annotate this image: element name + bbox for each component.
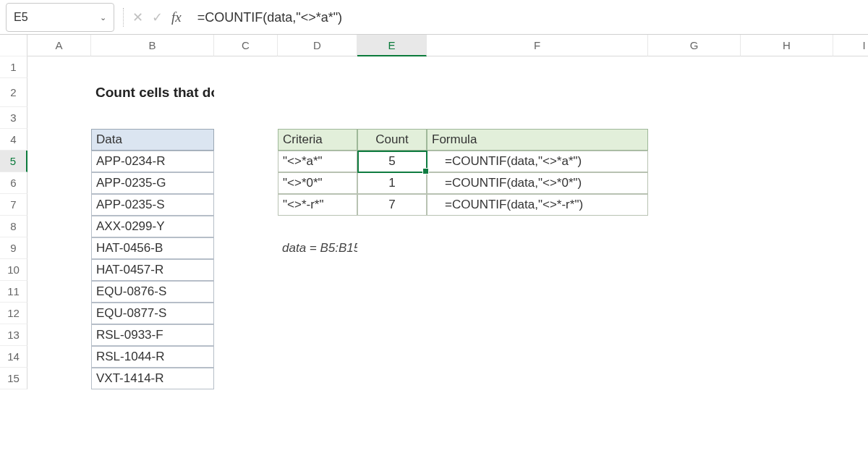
cell[interactable] [741, 216, 833, 237]
cell[interactable] [214, 259, 278, 281]
cell[interactable] [27, 303, 91, 324]
count-cell[interactable]: 1 [357, 172, 427, 194]
formula-cell[interactable]: =COUNTIF(data,"<>*0*") [427, 172, 648, 194]
cell[interactable] [357, 107, 427, 129]
cell[interactable] [27, 281, 91, 303]
cell[interactable] [741, 107, 833, 129]
cell[interactable] [278, 324, 357, 346]
cell[interactable] [741, 78, 833, 107]
cell[interactable] [741, 259, 833, 281]
cell[interactable] [357, 216, 427, 237]
data-header-cell[interactable]: Data [91, 129, 214, 151]
cell[interactable] [741, 172, 833, 194]
formula-header-cell[interactable]: Formula [427, 129, 648, 151]
named-range-note[interactable]: data = B5:B15 [278, 237, 357, 259]
cell[interactable] [357, 324, 427, 346]
cell[interactable] [833, 172, 868, 194]
row-header[interactable]: 10 [0, 259, 27, 281]
cell[interactable] [278, 368, 357, 389]
cell[interactable] [741, 368, 833, 389]
cell[interactable] [214, 237, 278, 259]
cell[interactable] [648, 368, 741, 389]
cell[interactable] [741, 281, 833, 303]
cell[interactable] [648, 107, 741, 129]
chevron-down-icon[interactable]: ⌄ [100, 13, 106, 22]
cell[interactable] [833, 324, 868, 346]
cell[interactable] [278, 281, 357, 303]
cell[interactable] [427, 303, 648, 324]
formula-cell[interactable]: =COUNTIF(data,"<>*-r*") [427, 194, 648, 216]
cell[interactable] [833, 129, 868, 151]
data-cell[interactable]: APP-0234-R [91, 151, 214, 172]
cell[interactable] [741, 324, 833, 346]
cell[interactable] [278, 56, 357, 78]
cell[interactable] [427, 107, 648, 129]
column-header[interactable]: F [427, 35, 648, 56]
cell[interactable] [833, 346, 868, 368]
cell[interactable] [214, 172, 278, 194]
cell[interactable] [214, 303, 278, 324]
row-header[interactable]: 8 [0, 216, 27, 237]
column-header[interactable]: A [27, 35, 91, 56]
cell[interactable] [833, 237, 868, 259]
cell[interactable] [214, 151, 278, 172]
row-header[interactable]: 1 [0, 56, 27, 78]
formula-cell[interactable]: =COUNTIF(data,"<>*a*") [427, 151, 648, 172]
cell[interactable] [741, 303, 833, 324]
cell[interactable] [91, 107, 214, 129]
count-header-cell[interactable]: Count [357, 129, 427, 151]
cell[interactable] [833, 259, 868, 281]
cell[interactable] [27, 324, 91, 346]
cell[interactable] [648, 194, 741, 216]
criteria-cell[interactable]: "<>*a*" [278, 151, 357, 172]
cell[interactable] [214, 194, 278, 216]
cell[interactable] [27, 172, 91, 194]
cell[interactable] [214, 107, 278, 129]
data-cell[interactable]: HAT-0457-R [91, 259, 214, 281]
cell[interactable] [427, 346, 648, 368]
row-header[interactable]: 4 [0, 129, 27, 151]
cell[interactable] [214, 216, 278, 237]
cell[interactable] [278, 216, 357, 237]
cell[interactable] [27, 194, 91, 216]
cell[interactable] [833, 303, 868, 324]
cell[interactable] [427, 56, 648, 78]
data-cell[interactable]: RSL-1044-R [91, 346, 214, 368]
cell[interactable] [278, 78, 357, 107]
cell[interactable] [27, 107, 91, 129]
cell[interactable] [648, 56, 741, 78]
cell[interactable] [214, 281, 278, 303]
cell[interactable] [278, 303, 357, 324]
row-header[interactable]: 11 [0, 281, 27, 303]
fx-icon[interactable]: fx [171, 9, 182, 25]
cell[interactable] [427, 216, 648, 237]
cell[interactable] [741, 56, 833, 78]
cell[interactable] [357, 281, 427, 303]
cell[interactable] [741, 129, 833, 151]
cell[interactable] [27, 216, 91, 237]
cell[interactable] [648, 216, 741, 237]
cell[interactable] [741, 151, 833, 172]
cell[interactable] [27, 368, 91, 389]
cell[interactable] [648, 303, 741, 324]
cell[interactable] [648, 259, 741, 281]
count-cell[interactable]: 7 [357, 194, 427, 216]
cell[interactable] [648, 346, 741, 368]
cell[interactable] [91, 56, 214, 78]
select-all-corner[interactable] [0, 35, 27, 56]
row-header[interactable]: 14 [0, 346, 27, 368]
column-header[interactable]: D [278, 35, 357, 56]
data-cell[interactable]: APP-0235-G [91, 172, 214, 194]
cell[interactable] [427, 281, 648, 303]
cell[interactable] [427, 259, 648, 281]
cell[interactable] [741, 237, 833, 259]
row-header[interactable]: 3 [0, 107, 27, 129]
title-cell[interactable]: Count cells that do not contain [91, 78, 214, 107]
data-cell[interactable]: HAT-0456-B [91, 237, 214, 259]
criteria-header-cell[interactable]: Criteria [278, 129, 357, 151]
cell[interactable] [357, 259, 427, 281]
cell[interactable] [648, 78, 741, 107]
data-cell[interactable]: VXT-1414-R [91, 368, 214, 389]
row-header[interactable]: 2 [0, 78, 27, 107]
column-header[interactable]: B [91, 35, 214, 56]
